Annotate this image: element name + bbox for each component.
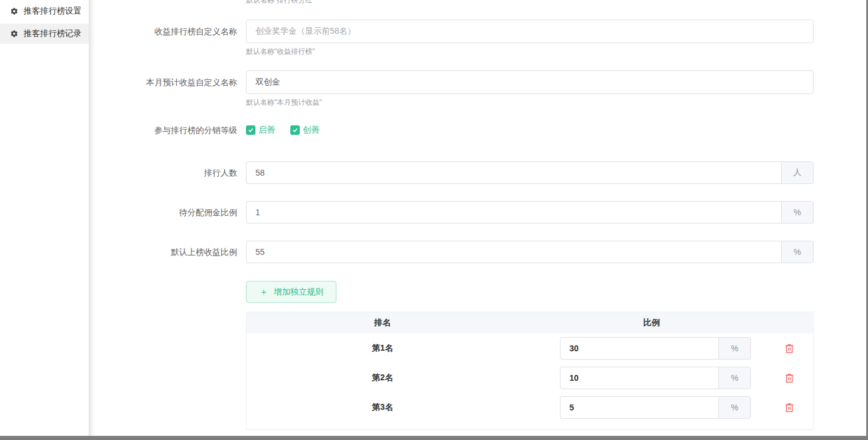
plus-icon: ＋ (259, 287, 268, 297)
delete-rule-button[interactable] (784, 402, 795, 413)
sidebar: 推客排行榜设置 推客排行榜记录 (0, 0, 89, 436)
sidebar-item-label: 推客排行榜记录 (24, 28, 82, 39)
ratio-input[interactable] (560, 367, 718, 389)
default-reward-ratio-group: % (246, 241, 814, 263)
ratio-input-group: % (560, 396, 751, 419)
column-header-rank: 排名 (247, 318, 519, 328)
page: 推客排行榜设置 推客排行榜记录 默认名称"排行榜分红" 收益排行榜自定义名称 默… (0, 0, 868, 440)
ratio-suffix: % (718, 396, 751, 419)
ratio-suffix: % (718, 367, 751, 389)
add-rule-button[interactable]: ＋ 增加独立规则 (246, 281, 336, 303)
checkbox-level-qishan[interactable]: 启善 (246, 125, 275, 135)
column-header-ratio: 比例 (519, 318, 785, 328)
rank-count-label: 排行人数 (95, 161, 237, 184)
month-income-name-input[interactable] (246, 70, 814, 94)
trash-icon (784, 402, 795, 413)
pending-commission-suffix: % (781, 201, 814, 224)
trash-icon (784, 343, 795, 354)
income-rank-name-input[interactable] (246, 20, 814, 43)
sidebar-item-rank-settings[interactable]: 推客排行榜设置 (0, 1, 89, 21)
ratio-input-group: % (560, 337, 751, 360)
month-income-name-label: 本月预计收益自定义名称 (95, 70, 237, 94)
income-rank-name-label: 收益排行榜自定义名称 (95, 20, 237, 43)
levels-label: 参与排行榜的分销等级 (95, 120, 237, 140)
rules-table: 排名 比例 第1名 % 第2名 % (246, 312, 814, 430)
pending-commission-group: % (246, 201, 814, 224)
rank-count-group: 人 (246, 161, 814, 184)
rank-count-suffix: 人 (781, 161, 814, 184)
table-row: 第2名 % (247, 363, 813, 393)
rank-cell: 第3名 (247, 402, 519, 413)
checkbox-label: 启善 (258, 125, 275, 135)
sidebar-divider (89, 0, 95, 436)
sidebar-item-label: 推客排行榜设置 (24, 6, 82, 17)
gear-icon (10, 7, 18, 15)
default-reward-ratio-suffix: % (781, 241, 814, 263)
checkbox-label: 创善 (303, 125, 319, 135)
ratio-input-group: % (560, 367, 751, 389)
default-reward-ratio-input[interactable] (246, 241, 781, 263)
rank-settings-form: 默认名称"排行榜分红" 收益排行榜自定义名称 默认名称"收益排行榜" 本月预计收… (95, 0, 866, 436)
window-bottom-edge (0, 436, 868, 440)
table-row: 第3名 % (247, 393, 813, 422)
ratio-input[interactable] (560, 337, 718, 360)
ratio-input[interactable] (560, 396, 718, 419)
sidebar-item-rank-records[interactable]: 推客排行榜记录 (0, 24, 89, 44)
helper-text-cutoff: 默认名称"排行榜分红" (246, 0, 315, 5)
rules-table-header: 排名 比例 (247, 312, 813, 334)
rank-count-input[interactable] (246, 161, 781, 184)
rank-cell: 第2名 (247, 373, 519, 383)
default-reward-ratio-label: 默认上榜收益比例 (95, 241, 237, 263)
checkbox-checked-icon (246, 125, 255, 135)
checkbox-level-chuangshan[interactable]: 创善 (290, 125, 319, 135)
trash-icon (784, 373, 795, 383)
pending-commission-input[interactable] (246, 201, 781, 224)
table-row: 第1名 % (247, 334, 813, 363)
levels-checkbox-group: 启善 创善 (246, 120, 319, 140)
add-rule-button-label: 增加独立规则 (274, 287, 323, 297)
ratio-suffix: % (718, 337, 751, 360)
income-rank-name-helper: 默认名称"收益排行榜" (246, 47, 315, 57)
rank-cell: 第1名 (247, 343, 519, 354)
checkbox-checked-icon (290, 125, 300, 135)
delete-rule-button[interactable] (784, 373, 795, 383)
pending-commission-label: 待分配佣金比例 (95, 201, 237, 224)
delete-rule-button[interactable] (784, 343, 795, 354)
month-income-name-helper: 默认名称"本月预计收益" (246, 98, 322, 108)
gear-icon (10, 30, 18, 38)
